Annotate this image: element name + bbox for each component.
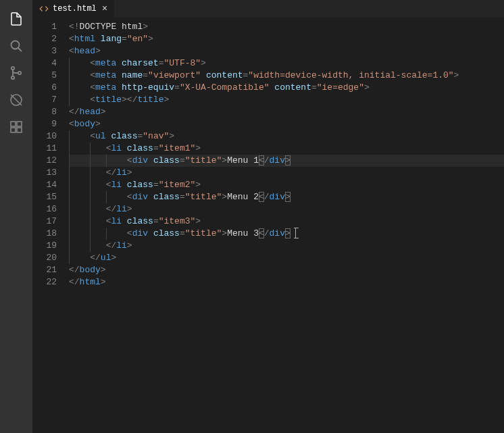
svg-rect-9 (17, 128, 22, 132)
debug-icon[interactable] (0, 86, 32, 113)
explorer-icon[interactable] (0, 5, 32, 32)
source-control-icon[interactable] (0, 59, 32, 86)
file-code-icon (39, 4, 49, 14)
code-line[interactable]: <meta name="viewport" content="width=dev… (69, 70, 504, 82)
code-line[interactable]: </li> (69, 167, 504, 179)
tab-bar: test.html × (32, 0, 504, 18)
code-area[interactable]: <!DOCTYPE html><html lang="en"><head> <m… (69, 18, 504, 433)
svg-point-0 (11, 41, 20, 49)
line-gutter: 12345678910111213141516171819202122 (32, 18, 69, 433)
svg-point-4 (18, 72, 21, 74)
editor-main: test.html × 1234567891011121314151617181… (32, 0, 504, 433)
svg-line-1 (18, 48, 22, 51)
code-line[interactable]: </li> (69, 203, 504, 215)
code-line[interactable]: </head> (69, 106, 504, 118)
svg-rect-7 (11, 122, 16, 126)
code-line[interactable]: <li class="item1"> (69, 143, 504, 155)
code-line[interactable]: <ul class="nav"> (69, 130, 504, 143)
code-line[interactable]: <meta http-equiv="X-UA-Compatible" conte… (69, 82, 504, 94)
svg-point-2 (11, 67, 14, 70)
code-line[interactable]: <li class="item2"> (69, 179, 504, 191)
svg-rect-8 (11, 128, 16, 132)
code-line[interactable]: <head> (69, 45, 504, 57)
code-line[interactable]: <div class="title">Menu 3</div> (69, 228, 504, 240)
svg-point-3 (11, 76, 14, 79)
code-line[interactable]: </body> (69, 264, 504, 276)
extensions-icon[interactable] (0, 113, 32, 141)
code-line[interactable]: </ul> (69, 252, 504, 264)
code-line[interactable]: <!DOCTYPE html> (69, 21, 504, 33)
activity-bar (0, 0, 32, 433)
tab-label: test.html (53, 4, 97, 14)
svg-rect-10 (17, 122, 22, 126)
code-line[interactable]: <div class="title">Menu 2</div> (69, 191, 504, 203)
tab-test-html[interactable]: test.html × (32, 0, 115, 18)
editor[interactable]: 12345678910111213141516171819202122 <!DO… (32, 18, 504, 433)
code-line[interactable]: <body> (69, 118, 504, 130)
search-icon[interactable] (0, 32, 32, 59)
close-icon[interactable]: × (101, 3, 107, 14)
code-line[interactable]: <li class="item3"> (69, 215, 504, 228)
code-line[interactable]: </li> (69, 240, 504, 252)
code-line[interactable]: <html lang="en"> (69, 33, 504, 45)
code-line[interactable]: <title></title> (69, 94, 504, 106)
code-line[interactable]: </html> (69, 276, 504, 288)
code-line[interactable]: <meta charset="UTF-8"> (69, 57, 504, 70)
code-line[interactable]: <div class="title">Menu 1</div> (69, 155, 504, 167)
